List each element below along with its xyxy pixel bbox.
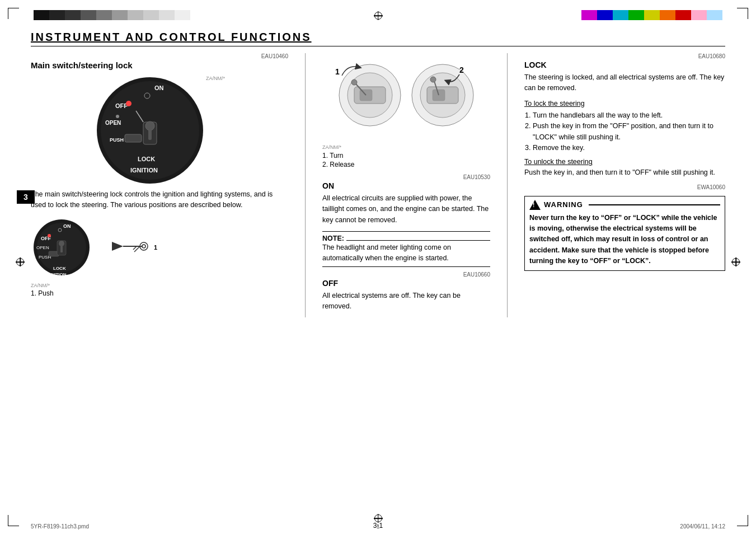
corner-mark-br: [737, 515, 748, 526]
lock-title: LOCK: [524, 60, 725, 69]
to-unlock-body: Push the key in, and then turn it to "OF…: [524, 167, 725, 178]
corner-mark-tl: [8, 8, 19, 19]
switch-dial-large: ON OFF OPEN PUSH LOCK IGNITION: [31, 74, 288, 186]
svg-text:LOCK: LOCK: [53, 266, 66, 271]
warning-code: EWA10060: [524, 184, 725, 190]
note-title: NOTE:: [322, 235, 344, 242]
main-layout: EAU10460 Main switch/steering lock ON OF…: [31, 53, 725, 317]
note-text: The headlight and meter lighting come on…: [322, 242, 490, 264]
label-1-push: 1: [154, 244, 157, 251]
reg-mark-right: [731, 257, 740, 266]
reg-mark-top: [374, 11, 383, 20]
note-box: NOTE: The headlight and meter lighting c…: [322, 231, 490, 267]
label-turn: 1. Turn: [322, 152, 490, 160]
corner-mark-bl: [8, 515, 19, 526]
svg-point-14: [116, 115, 119, 118]
svg-marker-30: [112, 242, 123, 251]
right-section-code: EAU10680: [524, 53, 725, 59]
svg-text:OFF: OFF: [115, 102, 128, 109]
svg-text:ON: ON: [154, 85, 164, 91]
lock-body: The steering is locked, and all electric…: [524, 72, 725, 94]
warning-box: WARNING Never turn the key to “OFF” or “…: [524, 196, 725, 271]
to-lock-step-2: Push the key in from the "OFF" position,…: [533, 121, 725, 143]
left-section-title: Main switch/steering lock: [31, 60, 288, 70]
on-section-title: ON: [322, 181, 490, 190]
svg-point-8: [145, 121, 154, 130]
to-lock-step-3: Remove the key.: [533, 143, 725, 153]
label-release: 2. Release: [322, 161, 490, 168]
center-top-diagram: 1 2: [322, 53, 490, 140]
warning-text: Never turn the key to “OFF” or “LOCK” wh…: [529, 213, 720, 267]
svg-point-29: [48, 234, 51, 237]
top-bar-right: [581, 10, 722, 20]
to-lock-steps: Turn the handlebars all the way to the l…: [533, 110, 725, 154]
small-switch-area: ON OFF OPEN PUSH LOCK IGNITION: [31, 217, 288, 278]
center-diagram-caption: ZA/NM/*: [322, 144, 490, 150]
column-divider-1: [305, 53, 306, 317]
svg-text:ON: ON: [63, 223, 71, 229]
to-unlock-heading: To unlock the steering: [524, 158, 725, 166]
column-divider-2: [507, 53, 508, 317]
left-column: EAU10460 Main switch/steering lock ON OF…: [31, 53, 288, 317]
svg-point-12: [144, 93, 150, 99]
svg-point-24: [59, 241, 64, 246]
page-title: INSTRUMENT AND CONTROL FUNCTIONS: [31, 31, 725, 46]
off-section-code: EAU10660: [322, 271, 490, 278]
svg-point-41: [351, 79, 357, 85]
to-lock-step-1: Turn the handlebars all the way to the l…: [533, 110, 725, 121]
small-diagram-caption: ZA/NM/*: [31, 283, 288, 288]
off-section-body: All electrical systems are off. The key …: [322, 291, 490, 312]
svg-text:IGNITION: IGNITION: [130, 167, 158, 174]
warning-triangle-icon: [529, 200, 541, 210]
svg-text:IGNITION: IGNITION: [46, 272, 67, 277]
warning-header: WARNING: [529, 200, 720, 210]
right-column: EAU10680 LOCK The steering is locked, an…: [524, 53, 725, 317]
label-push: 1. Push: [31, 289, 288, 297]
svg-text:LOCK: LOCK: [138, 156, 155, 162]
svg-text:1: 1: [335, 67, 340, 76]
top-bar-left: [34, 10, 190, 20]
svg-point-28: [58, 228, 62, 232]
reg-mark-left: [16, 257, 25, 266]
svg-text:PUSH: PUSH: [110, 137, 124, 143]
svg-text:OPEN: OPEN: [36, 245, 49, 250]
svg-point-48: [430, 77, 436, 82]
corner-mark-tr: [737, 8, 748, 19]
warning-title: WARNING: [544, 200, 583, 209]
left-diagram-caption: ZA/NM/*: [206, 76, 225, 186]
on-section-code: EAU10530: [322, 174, 490, 180]
on-section-body: All electrical circuits are supplied wit…: [322, 193, 490, 226]
svg-text:2: 2: [459, 65, 464, 74]
svg-point-13: [126, 101, 132, 106]
off-section-title: OFF: [322, 279, 490, 288]
svg-text:OPEN: OPEN: [105, 120, 121, 126]
center-column: 1 2: [322, 53, 490, 317]
left-body-text: The main switch/steering lock controls t…: [31, 189, 288, 211]
svg-rect-9: [148, 130, 152, 140]
left-section-code: EAU10460: [31, 53, 288, 59]
to-lock-heading: To lock the steering: [524, 100, 725, 107]
footer-right: 2004/06/11, 14:12: [680, 523, 725, 530]
footer-left: 5YR-F8199-11ch3.pmd: [31, 523, 89, 530]
footer-center: 1: [377, 523, 380, 530]
svg-rect-25: [60, 246, 63, 252]
page-content: INSTRUMENT AND CONTROL FUNCTIONS EAU1046…: [31, 31, 725, 512]
svg-rect-6: [125, 134, 142, 142]
